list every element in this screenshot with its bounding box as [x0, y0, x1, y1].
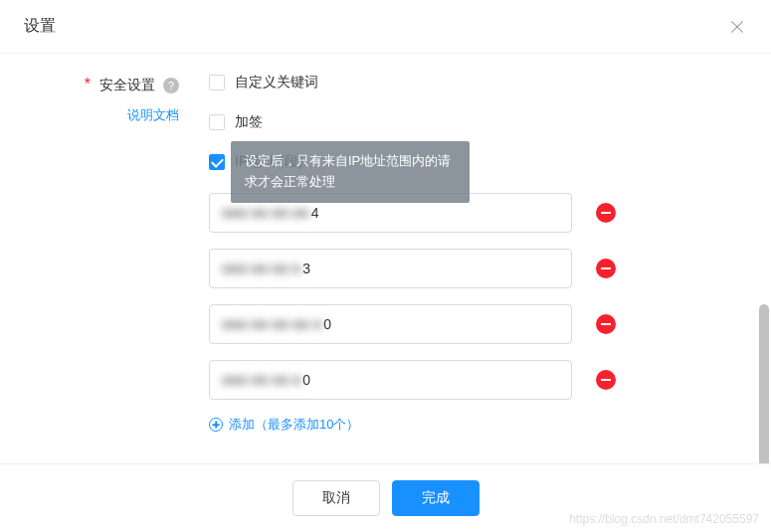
ip-masked: ■■■ ■■ ■■ ■■ ■ — [222, 316, 321, 332]
ip-row: ■■■ ■■ ■■ ■■ ■ 0 — [209, 304, 771, 344]
add-link-text: 添加（最多添加10个） — [229, 416, 359, 434]
required-asterisk: * — [85, 76, 91, 92]
ip-visible: 0 — [323, 316, 331, 332]
help-icon[interactable]: ? — [163, 78, 179, 93]
ip-row: ■■■ ■■ ■■ ■ 3 — [209, 249, 771, 288]
checkbox-signature[interactable]: 加签 — [209, 113, 771, 131]
ip-row: ■■■ ■■ ■■ ■ 0 — [209, 360, 771, 400]
ip-masked: ■■■ ■■ ■■ ■■ — [222, 205, 309, 221]
form-content-column: 自定义关键词 加签 IP地址 (段) ■■■ ■■ ■■ ■■ 4 ■■■ ■■… — [199, 74, 771, 432]
close-icon[interactable] — [727, 17, 747, 37]
checkbox-label: 加签 — [235, 113, 263, 131]
checkbox-icon[interactable] — [209, 114, 225, 130]
ip-masked: ■■■ ■■ ■■ ■ — [222, 372, 300, 388]
ip-address-list: ■■■ ■■ ■■ ■■ 4 ■■■ ■■ ■■ ■ 3 ■■■ ■■ ■■ ■… — [209, 193, 771, 434]
ip-masked: ■■■ ■■ ■■ ■ — [222, 261, 300, 276]
checkbox-custom-keyword[interactable]: 自定义关键词 — [209, 74, 771, 91]
form-label-column: * 安全设置 ? 说明文档 — [0, 74, 199, 432]
ip-input[interactable]: ■■■ ■■ ■■ ■■ ■ 0 — [209, 304, 572, 344]
ip-input[interactable]: ■■■ ■■ ■■ ■ 0 — [209, 360, 572, 400]
dialog-body: * 安全设置 ? 说明文档 自定义关键词 加签 IP地址 (段) ■■■ ■■ … — [0, 54, 771, 451]
remove-icon[interactable] — [596, 259, 616, 278]
ip-visible: 4 — [311, 205, 319, 221]
remove-icon[interactable] — [596, 370, 616, 390]
plus-circle-icon — [209, 418, 223, 432]
security-settings-label: * 安全设置 ? — [0, 76, 179, 94]
tooltip: 设定后，只有来自IP地址范围内的请求才会正常处理 — [231, 141, 470, 203]
ip-visible: 0 — [302, 372, 310, 388]
section-label-text: 安全设置 — [99, 77, 155, 92]
scrollbar-track[interactable] — [757, 58, 771, 455]
remove-icon[interactable] — [596, 314, 616, 334]
doc-link[interactable]: 说明文档 — [0, 106, 179, 124]
checkbox-icon[interactable] — [209, 75, 225, 90]
dialog-title: 设置 — [24, 16, 56, 37]
confirm-button[interactable]: 完成 — [392, 480, 480, 516]
remove-icon[interactable] — [596, 203, 616, 223]
dialog-header: 设置 — [0, 0, 771, 54]
checkbox-label: 自定义关键词 — [235, 74, 318, 91]
ip-input[interactable]: ■■■ ■■ ■■ ■ 3 — [209, 249, 572, 288]
watermark: https://blog.csdn.net/dmt742055597 — [569, 512, 759, 526]
checkbox-icon[interactable] — [209, 154, 225, 170]
ip-visible: 3 — [302, 261, 310, 276]
scrollbar-thumb[interactable] — [759, 304, 769, 478]
cancel-button[interactable]: 取消 — [292, 480, 380, 516]
add-ip-link[interactable]: 添加（最多添加10个） — [209, 416, 771, 434]
